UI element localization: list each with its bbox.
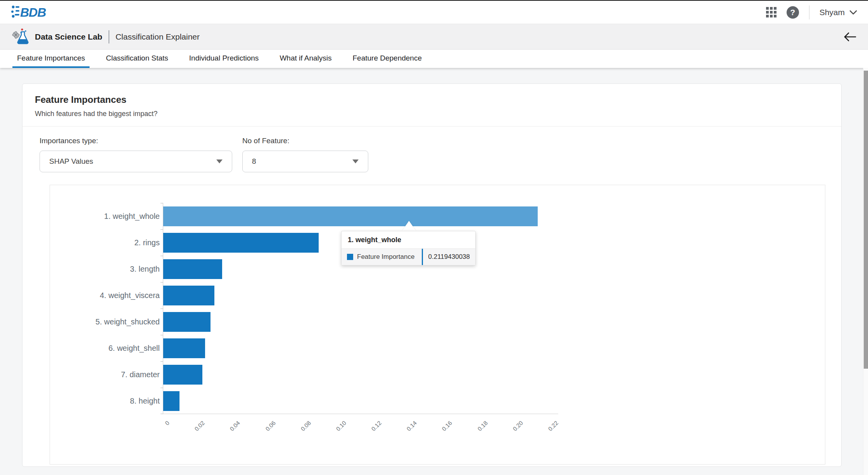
top-edge-line — [0, 0, 868, 1]
bar-6-weight_shell[interactable] — [163, 338, 205, 358]
importances-type-value: SHAP Values — [49, 157, 93, 166]
vertical-scrollbar[interactable] — [863, 68, 868, 475]
x-axis-tick-label: 0.10 — [335, 420, 347, 432]
y-axis-tick — [160, 229, 163, 230]
user-menu[interactable]: Shyam — [820, 8, 857, 17]
scrollbar-thumb[interactable] — [864, 71, 868, 369]
y-axis-tick — [160, 256, 163, 256]
feature-importance-chart: 1. weight_whole2. rings3. length4. weigh… — [50, 185, 825, 465]
no-of-feature-group: No of Feature: 8 — [242, 137, 368, 172]
page-title: Classification Explainer — [116, 32, 200, 42]
tooltip: 1. weight_whole Feature Importance 0.211… — [341, 231, 476, 265]
tab-feature-importances[interactable]: Feature Importances — [12, 50, 90, 68]
dropdown-arrow-icon — [352, 159, 359, 163]
back-arrow-icon — [843, 32, 856, 42]
x-axis-tick-label: 0.16 — [441, 420, 454, 432]
bar-label: 3. length — [50, 259, 160, 279]
no-of-feature-select[interactable]: 8 — [242, 151, 368, 172]
importances-type-select[interactable]: SHAP Values — [40, 151, 232, 172]
dropdown-arrow-icon — [216, 159, 223, 163]
tooltip-series-label: Feature Importance — [357, 253, 414, 261]
y-axis-tick — [160, 414, 163, 414]
x-axis-tick-label: 0.08 — [299, 420, 312, 432]
tab-what-if-analysis[interactable]: What if Analysis — [275, 50, 336, 68]
user-name: Shyam — [820, 8, 845, 17]
bdb-logo[interactable]: BDB — [11, 4, 51, 21]
series-swatch — [347, 254, 353, 260]
svg-text:BDB: BDB — [20, 5, 46, 19]
tab-individual-predictions[interactable]: Individual Predictions — [185, 50, 264, 68]
bar-label: 7. diameter — [50, 365, 160, 385]
bar-label: 1. weight_whole — [50, 206, 160, 226]
x-axis-tick-label: 0.22 — [547, 420, 559, 432]
top-bar: BDB ? Shyam — [0, 1, 868, 24]
x-axis-tick-label: 0.12 — [370, 420, 383, 432]
x-axis-line — [163, 414, 558, 414]
topbar-divider — [809, 5, 809, 19]
lab-flask-icon — [12, 28, 30, 46]
x-axis-tick-label: 0.18 — [476, 420, 489, 432]
importances-type-label: Importances type: — [40, 137, 232, 145]
y-axis-tick — [160, 203, 163, 203]
help-icon[interactable]: ? — [787, 6, 799, 19]
apps-grid-icon[interactable] — [766, 7, 777, 17]
bar-7-diameter[interactable] — [163, 365, 202, 385]
feature-importances-card: Feature Importances Which features had t… — [22, 83, 842, 467]
card-header: Feature Importances Which features had t… — [22, 84, 841, 127]
bar-label: 4. weight_viscera — [50, 286, 160, 305]
tooltip-caret — [402, 221, 416, 231]
header-divider — [109, 30, 109, 43]
tooltip-value: 0.2119430038 — [423, 249, 475, 265]
bar-1-weight_whole[interactable] — [163, 206, 538, 226]
tooltip-row: Feature Importance 0.2119430038 — [342, 249, 475, 265]
no-of-feature-label: No of Feature: — [242, 137, 368, 145]
bar-label: 2. rings — [50, 233, 160, 253]
bar-label: 6. weight_shell — [50, 338, 160, 358]
x-axis-tick-label: 0.04 — [229, 420, 242, 432]
bar-2-rings[interactable] — [163, 233, 319, 253]
bar-5-weight_shucked[interactable] — [163, 312, 211, 332]
y-axis-tick — [160, 335, 163, 335]
bar-label: 8. height — [50, 391, 160, 411]
x-axis-tick-label: 0.06 — [264, 420, 277, 432]
y-axis-tick — [160, 309, 163, 309]
tab-classification-stats[interactable]: Classification Stats — [101, 50, 173, 68]
no-of-feature-value: 8 — [252, 157, 256, 166]
back-arrow-button[interactable] — [843, 32, 856, 42]
tabs-bar: Feature ImportancesClassification StatsI… — [0, 50, 868, 68]
y-axis-tick — [160, 361, 163, 362]
card-subtitle: Which features had the biggest impact? — [35, 110, 829, 118]
chevron-down-icon — [849, 10, 857, 15]
x-axis-tick-label: 0.14 — [406, 420, 418, 432]
x-axis-tick-label: 0.02 — [193, 420, 206, 432]
tooltip-title: 1. weight_whole — [342, 231, 475, 249]
app-header: Data Science Lab Classification Explaine… — [0, 24, 868, 50]
y-axis-tick — [160, 282, 163, 283]
importances-type-group: Importances type: SHAP Values — [40, 137, 232, 172]
x-axis-tick-label: 0 — [164, 420, 171, 426]
card-title: Feature Importances — [35, 94, 829, 105]
bar-3-length[interactable] — [163, 259, 222, 279]
app-name: Data Science Lab — [35, 32, 102, 42]
x-axis-tick-label: 0.20 — [511, 420, 524, 432]
bar-8-height[interactable] — [163, 391, 179, 411]
main-content: Feature Importances Which features had t… — [0, 68, 868, 475]
bar-4-weight_viscera[interactable] — [163, 286, 214, 305]
bar-label: 5. weight_shucked — [50, 312, 160, 332]
bdb-logo-icon: BDB — [11, 4, 51, 21]
chart-controls: Importances type: SHAP Values No of Feat… — [22, 127, 841, 172]
y-axis-tick — [160, 388, 163, 388]
tab-feature-dependence[interactable]: Feature Dependence — [348, 50, 426, 68]
